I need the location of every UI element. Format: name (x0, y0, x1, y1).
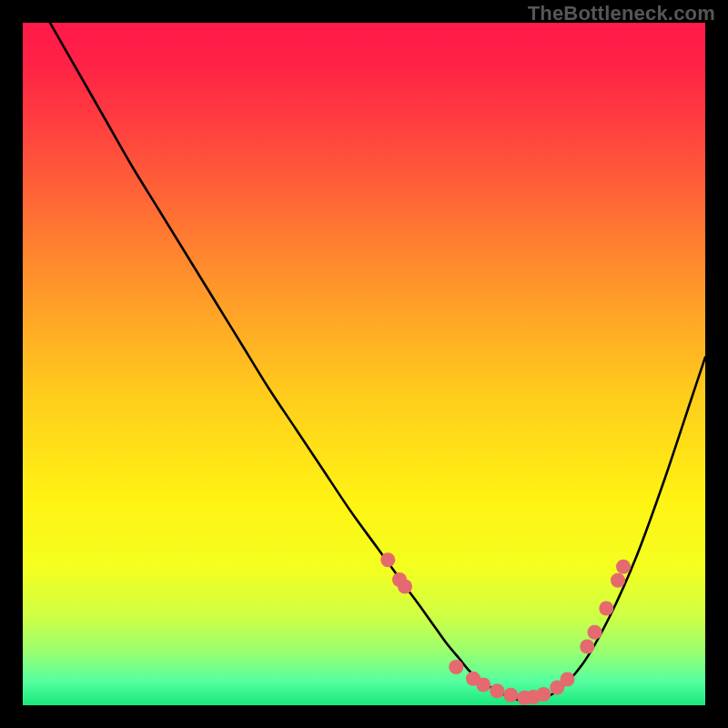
chart-overlay (23, 23, 705, 705)
marker-dot (536, 687, 551, 702)
marker-dot (599, 602, 613, 616)
plot-area (23, 23, 705, 705)
marker-dot (380, 552, 395, 567)
marker-dots (380, 552, 631, 705)
chart-stage: TheBottleneck.com (0, 0, 728, 728)
marker-dot (611, 573, 625, 588)
marker-dot (476, 678, 490, 693)
marker-dot (580, 640, 594, 654)
marker-dot (398, 580, 412, 594)
marker-dot (561, 672, 575, 687)
marker-dot (616, 560, 631, 574)
marker-dot (588, 625, 602, 640)
marker-dot (449, 660, 463, 674)
marker-dot (503, 688, 518, 703)
bottleneck-curve (50, 23, 705, 702)
watermark-text: TheBottleneck.com (528, 2, 715, 25)
marker-dot (490, 683, 504, 698)
